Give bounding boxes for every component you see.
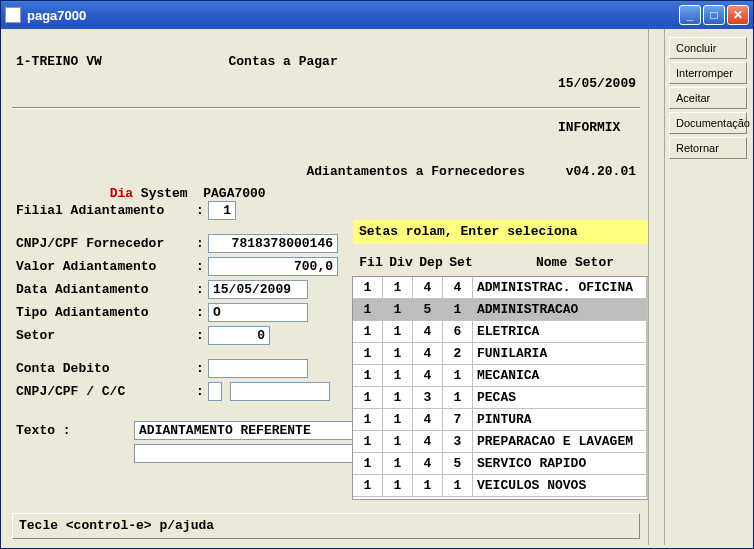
tipo-input[interactable] [208,303,308,322]
table-row[interactable]: 1147PINTURA [353,409,647,431]
table-row[interactable]: 1131PECAS [353,387,647,409]
cell-fil: 1 [353,475,383,497]
cell-set: 6 [443,321,473,343]
texto-label: Texto : [16,423,134,438]
header-db: INFORMIX [558,120,620,135]
main-area: 1-TREINO VW Contas a Pagar 15/05/2009 IN… [4,29,648,545]
cell-fil: 1 [353,409,383,431]
side-button-interromper[interactable]: Interromper [669,62,747,84]
setor-input[interactable] [208,326,270,345]
popup-column-headers: Fil Div Dep Set Nome Setor [352,245,648,276]
cell-div: 1 [383,453,413,475]
cell-div: 1 [383,321,413,343]
tipo-label: Tipo Adiantamento [16,305,196,320]
header-module: Contas a Pagar [228,51,337,161]
cell-dep: 5 [413,299,443,321]
cell-set: 2 [443,343,473,365]
side-button-documentacao[interactable]: Documentação [669,112,747,134]
cell-nome: VEICULOS NOVOS [473,475,647,497]
cell-fil: 1 [353,387,383,409]
header-divider [12,107,640,109]
maximize-button[interactable]: □ [703,5,725,25]
cell-fil: 1 [353,299,383,321]
cell-set: 7 [443,409,473,431]
cell-nome: PINTURA [473,409,647,431]
col-nome: Nome Setor [476,255,648,270]
minimize-button[interactable]: _ [679,5,701,25]
data-input[interactable] [208,280,308,299]
conta-deb-input[interactable] [208,359,308,378]
cell-dep: 4 [413,321,443,343]
cell-dep: 1 [413,475,443,497]
table-row[interactable]: 1142FUNILARIA [353,343,647,365]
client-area: 1-TREINO VW Contas a Pagar 15/05/2009 IN… [4,29,750,545]
cell-div: 1 [383,343,413,365]
cell-set: 4 [443,277,473,299]
conta-deb-label: Conta Debito [16,361,196,376]
cell-dep: 4 [413,343,443,365]
side-panel: ConcluirInterromperAceitarDocumentaçãoRe… [664,29,750,545]
filial-input[interactable] [208,201,236,220]
table-row[interactable]: 1144ADMINISTRAC. OFICINA [353,277,647,299]
side-button-retornar[interactable]: Retornar [669,137,747,159]
titlebar[interactable]: paga7000 _ □ ✕ [1,1,753,29]
cell-set: 1 [443,475,473,497]
table-row[interactable]: 1111VEICULOS NOVOS [353,475,647,497]
side-button-concluir[interactable]: Concluir [669,37,747,59]
col-fil: Fil [356,255,386,270]
cnpj-cc-input-2[interactable] [230,382,330,401]
cell-dep: 3 [413,387,443,409]
cell-div: 1 [383,277,413,299]
close-button[interactable]: ✕ [727,5,749,25]
cell-div: 1 [383,431,413,453]
window-title: paga7000 [27,8,679,23]
status-text: Tecle <control-e> p/ajuda [19,518,214,533]
table-row[interactable]: 1145SERVICO RAPIDO [353,453,647,475]
cell-div: 1 [383,387,413,409]
cell-dep: 4 [413,409,443,431]
header-company: 1-TREINO VW [16,51,102,161]
cell-nome: SERVICO RAPIDO [473,453,647,475]
col-div: Div [386,255,416,270]
cell-nome: FUNILARIA [473,343,647,365]
main-scrollbar[interactable] [648,29,664,545]
side-button-aceitar[interactable]: Aceitar [669,87,747,109]
cell-fil: 1 [353,453,383,475]
cell-set: 3 [443,431,473,453]
popup-scrollbar[interactable]: ▲ ▼ [647,277,648,499]
table-row[interactable]: 1146ELETRICA [353,321,647,343]
cell-dep: 4 [413,365,443,387]
app-icon [5,7,21,23]
table-row[interactable]: 1151ADMINISTRACAO [353,299,647,321]
cell-div: 1 [383,475,413,497]
cnpj-cc-label: CNPJ/CPF / C/C [16,384,196,399]
cnpj-forn-input[interactable] [208,234,338,253]
cnpj-cc-input-1[interactable] [208,382,222,401]
cell-fil: 1 [353,321,383,343]
col-dep: Dep [416,255,446,270]
popup-hint: Setas rolam, Enter seleciona [352,219,648,245]
table-row[interactable]: 1143PREPARACAO E LAVAGEM [353,431,647,453]
cell-nome: MECANICA [473,365,647,387]
cell-dep: 4 [413,431,443,453]
valor-label: Valor Adiantamento [16,259,196,274]
data-label: Data Adiantamento [16,282,196,297]
cnpj-forn-label: CNPJ/CPF Fornecedor [16,236,196,251]
table-row[interactable]: 1141MECANICA [353,365,647,387]
cell-dep: 4 [413,277,443,299]
popup-grid: 1144ADMINISTRAC. OFICINA1151ADMINISTRACA… [352,276,648,500]
col-set: Set [446,255,476,270]
cell-nome: ELETRICA [473,321,647,343]
cell-set: 5 [443,453,473,475]
cell-nome: ADMINISTRAC. OFICINA [473,277,647,299]
setor-popup: Setas rolam, Enter seleciona Fil Div Dep… [352,219,648,500]
cell-set: 1 [443,299,473,321]
setor-label: Setor [16,328,196,343]
cell-nome: ADMINISTRACAO [473,299,647,321]
cell-div: 1 [383,365,413,387]
app-window: paga7000 _ □ ✕ 1-TREINO VW Contas a Paga… [0,0,754,549]
valor-input[interactable] [208,257,338,276]
cell-fil: 1 [353,365,383,387]
status-bar: Tecle <control-e> p/ajuda [12,513,640,539]
cell-nome: PREPARACAO E LAVAGEM [473,431,647,453]
